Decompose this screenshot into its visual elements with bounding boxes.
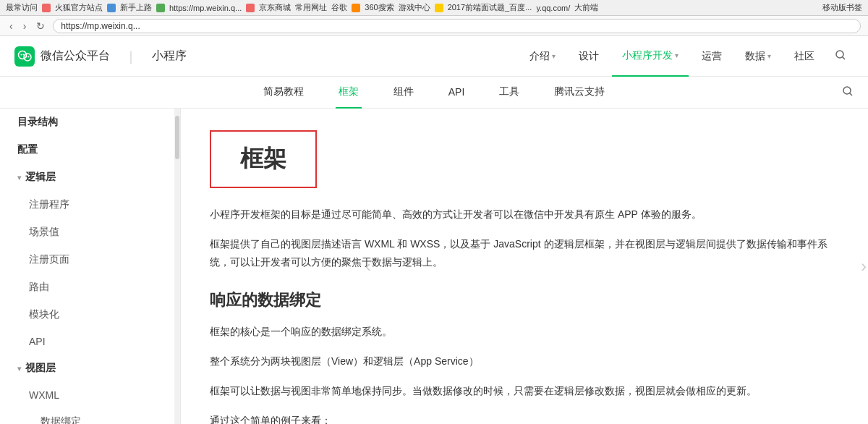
sidebar-item-route[interactable]: 路由 xyxy=(0,274,180,301)
section-title-data-binding: 响应的数据绑定 xyxy=(210,289,839,311)
bookmark-baidu[interactable]: 2017前端面试题_百度... xyxy=(448,2,532,13)
bookmark-weixin[interactable]: https://mp.weixin.q... xyxy=(169,4,242,12)
bookmark-daqianduan[interactable]: 大前端 xyxy=(574,2,598,13)
second-nav: 简易教程 框架 组件 API 工具 腾讯云支持 xyxy=(0,77,868,109)
section-paragraph-2: 整个系统分为两块视图层（View）和逻辑层（App Service） xyxy=(210,352,839,370)
section-paragraph-1: 框架的核心是一个响应的数据绑定系统。 xyxy=(210,323,839,341)
svg-point-1 xyxy=(24,54,31,61)
favicon-firefox xyxy=(42,4,51,12)
bookmark-newuser[interactable]: 新手上路 xyxy=(120,2,152,13)
header-nav: 介绍 ▾ 设计 小程序开发 ▾ 运营 数据 ▾ 社区 xyxy=(519,36,854,77)
view-layer-expand-icon: ▾ xyxy=(17,365,21,373)
section-name: 小程序 xyxy=(152,48,187,64)
second-nav-components[interactable]: 组件 xyxy=(391,77,417,109)
bookmark-common[interactable]: 常用网址 xyxy=(295,2,327,13)
svg-line-7 xyxy=(843,56,846,59)
sidebar-item-data-binding[interactable]: 数据绑定 xyxy=(0,408,180,424)
second-nav-search-button[interactable] xyxy=(842,85,854,100)
favicon-360 xyxy=(352,4,360,12)
svg-point-4 xyxy=(26,56,27,57)
second-nav-tools[interactable]: 工具 xyxy=(496,77,522,109)
nav-item-data[interactable]: 数据 ▾ xyxy=(735,36,781,77)
bookmark-qq[interactable]: y.qq.com/ xyxy=(536,4,570,12)
address-bar: ‹ › ↻ xyxy=(0,16,868,36)
browser-toolbar: 最常访问 火狐官方站点 新手上路 https://mp.weixin.q... … xyxy=(0,0,868,16)
prev-page-button[interactable]: ‹ xyxy=(365,256,371,276)
intro-paragraph-2: 框架提供了自己的视图层描述语言 WXML 和 WXSS，以及基于 JavaScr… xyxy=(210,235,839,271)
section-paragraph-3: 框架可以让数据与视图非常简单地保持同步。当做数据修改的时候，只需要在逻辑层修改数… xyxy=(210,382,839,400)
sidebar-item-logic-layer[interactable]: ▾ 逻辑层 xyxy=(0,164,180,191)
sidebar-item-directory[interactable]: 目录结构 xyxy=(0,109,180,136)
next-page-button[interactable]: › xyxy=(861,256,867,276)
sidebar-scrollbar[interactable] xyxy=(174,109,180,424)
bookmark-game[interactable]: 游戏中心 xyxy=(399,2,430,13)
sidebar-item-register-page[interactable]: 注册页面 xyxy=(0,246,180,274)
second-nav-framework[interactable]: 框架 xyxy=(336,77,362,109)
content-area: 框架 小程序开发框架的目标是通过尽可能简单、高效的方式让开发者可以在微信中开发具… xyxy=(181,109,868,424)
data-arrow: ▾ xyxy=(767,52,771,60)
bookmark-google[interactable]: 谷歌 xyxy=(331,2,347,13)
intro-paragraph-1: 小程序开发框架的目标是通过尽可能简单、高效的方式让开发者可以在微信中开发具有原生… xyxy=(210,205,839,224)
bookmark-jd[interactable]: 京东商城 xyxy=(259,2,291,13)
svg-point-3 xyxy=(23,54,25,55)
section-paragraph-4: 通过这个简单的例子来看： xyxy=(210,412,839,424)
platform-name: 微信公众平台 xyxy=(41,48,110,64)
wechat-logo-icon xyxy=(14,46,35,67)
favicon-newuser xyxy=(107,4,116,12)
svg-point-5 xyxy=(28,56,30,57)
sidebar-item-scene[interactable]: 场景值 xyxy=(0,219,180,246)
page-title-box: 框架 xyxy=(210,130,317,188)
bookmark-mobile[interactable]: 移动版书签 xyxy=(822,2,862,13)
second-nav-tencent[interactable]: 腾讯云支持 xyxy=(551,77,608,109)
svg-point-2 xyxy=(21,54,22,55)
page-title: 框架 xyxy=(240,145,286,171)
sidebar-item-view-layer[interactable]: ▾ 视图层 xyxy=(0,355,180,382)
header-divider: ｜ xyxy=(124,48,137,65)
refresh-button[interactable]: ↻ xyxy=(34,20,47,32)
nav-item-operations[interactable]: 运营 xyxy=(692,36,732,77)
sidebar-item-modules[interactable]: 模块化 xyxy=(0,301,180,328)
wechat-header: 微信公众平台 ｜ 小程序 介绍 ▾ 设计 小程序开发 ▾ 运营 数据 ▾ 社区 xyxy=(0,36,868,77)
forward-button[interactable]: › xyxy=(21,20,29,32)
back-button[interactable]: ‹ xyxy=(7,20,15,32)
nav-item-community[interactable]: 社区 xyxy=(784,36,825,77)
logic-layer-expand-icon: ▾ xyxy=(17,174,21,182)
sidebar-item-config[interactable]: 配置 xyxy=(0,136,180,164)
sidebar-item-api[interactable]: API xyxy=(0,328,180,355)
develop-arrow: ▾ xyxy=(675,51,678,59)
second-nav-tutorial[interactable]: 简易教程 xyxy=(260,77,307,109)
favicon-weixin xyxy=(156,4,165,12)
header-search-button[interactable] xyxy=(827,49,854,64)
bookmark-360[interactable]: 360搜索 xyxy=(365,2,393,13)
nav-item-develop[interactable]: 小程序开发 ▾ xyxy=(612,36,689,77)
sidebar: 目录结构 配置 ▾ 逻辑层 注册程序 场景值 注册页面 路由 模块化 API ▾… xyxy=(0,109,181,424)
sidebar-scrollbar-thumb xyxy=(175,116,179,159)
main-layout: 目录结构 配置 ▾ 逻辑层 注册程序 场景值 注册页面 路由 模块化 API ▾… xyxy=(0,109,868,424)
favicon-baidu xyxy=(435,4,443,12)
second-nav-api[interactable]: API xyxy=(446,77,468,109)
favicon-jd xyxy=(246,4,255,12)
nav-item-design[interactable]: 设计 xyxy=(569,36,609,77)
intro-arrow: ▾ xyxy=(552,52,556,60)
nav-item-intro[interactable]: 介绍 ▾ xyxy=(519,36,566,77)
svg-line-9 xyxy=(850,93,853,96)
wechat-logo: 微信公众平台 ｜ 小程序 xyxy=(14,46,187,67)
sidebar-item-wxml[interactable]: WXML xyxy=(0,382,180,408)
sidebar-item-register-app[interactable]: 注册程序 xyxy=(0,191,180,219)
bookmark-firefox[interactable]: 火狐官方站点 xyxy=(55,2,103,13)
content-wrapper: ‹ 框架 小程序开发框架的目标是通过尽可能简单、高效的方式让开发者可以在微信中开… xyxy=(181,109,868,424)
bookmark-item[interactable]: 最常访问 xyxy=(6,2,38,13)
address-input[interactable] xyxy=(53,19,861,33)
